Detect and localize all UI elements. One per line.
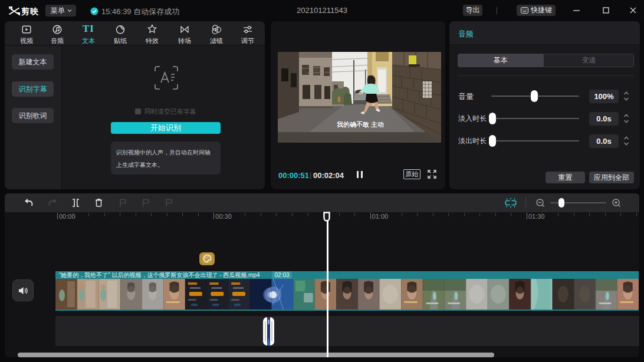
svg-text:我的确不敢 主动: 我的确不敢 主动 <box>336 121 384 128</box>
